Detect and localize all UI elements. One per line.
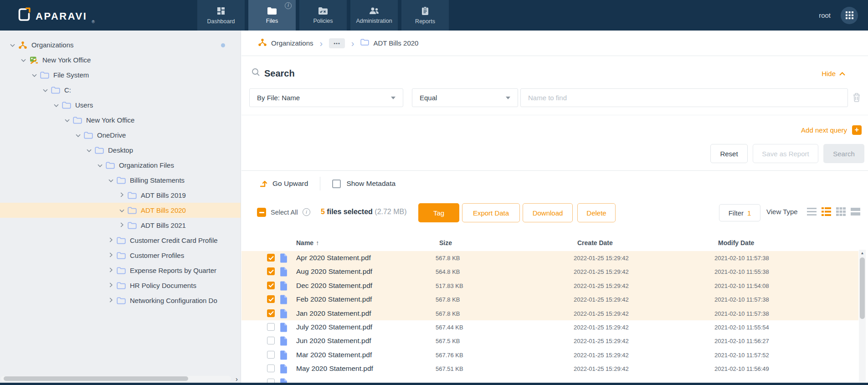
table-scrollbar-thumb[interactable] [860,257,865,319]
row-checkbox[interactable] [267,379,275,383]
search-operator-dropdown[interactable]: Equal [412,88,518,107]
tree-item-expense-reports-by-quarter[interactable]: Expense Reports by Quarter [0,263,241,278]
tree-item-customer-profiles[interactable]: Customer Profiles [0,248,241,263]
sidebar-scroll-right-arrow[interactable]: › [236,376,238,382]
column-header-name[interactable]: Name↑ [296,239,319,246]
tree-item-adt-bills-2021[interactable]: ADT Bills 2021 [0,218,241,233]
select-all-checkbox[interactable] [257,208,266,217]
add-query-plus-icon[interactable]: + [852,125,862,135]
tree-item-hr-policy-documents[interactable]: HR Policy Documents [0,278,241,293]
table-vertical-scrollbar[interactable]: ▲ [859,250,866,382]
scroll-up-arrow[interactable]: ▲ [859,250,866,257]
sidebar-scrollbar-thumb[interactable] [4,376,188,381]
tag-button[interactable]: Tag [418,203,459,222]
tree-item-new-york-office[interactable]: New York Office [0,113,241,128]
table-row[interactable]: Dec 2020 Statement.pdf 517.83 KB 2022-01… [241,279,858,293]
aparavi-logo[interactable]: APARAVI ® [17,7,95,24]
chevron-down-icon[interactable] [62,118,72,123]
row-checkbox[interactable] [267,337,275,344]
tab-reports[interactable]: Reports [401,0,449,31]
filter-button[interactable]: Filter 1 [719,204,760,221]
row-checkbox[interactable] [267,309,275,317]
search-button[interactable]: Search [823,144,864,163]
grid-view-icon[interactable] [836,207,846,216]
breadcrumb-item-adt-bills-2020[interactable]: ADT Bills 2020 [360,39,418,47]
chevron-right-icon[interactable] [117,222,127,228]
download-button[interactable]: Download [523,203,573,222]
chevron-right-icon[interactable] [106,282,116,288]
row-checkbox[interactable] [267,351,275,359]
search-field-dropdown[interactable]: By File: Name [249,88,403,107]
chevron-right-icon[interactable] [106,298,116,303]
tab-dashboard[interactable]: Dashboard [197,0,245,31]
table-row[interactable]: Jun 2020 Statement.pdf 567.5 KB 2022-01-… [241,334,858,348]
select-all-info-icon[interactable]: i [303,208,310,216]
tree-item-onedrive[interactable]: OneDrive [0,128,241,143]
chevron-down-icon[interactable] [18,57,28,63]
chevron-down-icon[interactable] [7,42,17,48]
table-row[interactable]: Feb 2020 Statement.pdf 567.8 KB 2022-01-… [241,293,858,306]
search-value-input[interactable] [520,88,848,107]
delete-button[interactable]: Delete [577,203,616,222]
save-as-report-button[interactable]: Save as Report [753,144,818,163]
column-header-size[interactable]: Size [439,239,452,246]
list-view-icon[interactable] [807,207,817,216]
export-data-button[interactable]: Export Data [462,203,520,222]
tree-item-organizations[interactable]: Organizations [0,37,241,52]
row-checkbox[interactable] [267,295,275,303]
reset-button[interactable]: Reset [710,144,748,163]
row-checkbox[interactable] [267,267,275,275]
tree-item-users[interactable]: Users [0,98,241,113]
tree-item-networking-configuration-do[interactable]: Networking Configuration Do [0,293,241,308]
row-checkbox[interactable] [267,364,275,372]
delete-query-icon[interactable] [852,92,861,104]
show-metadata-checkbox[interactable] [332,180,341,188]
breadcrumb-ellipsis[interactable]: ••• [329,38,345,48]
tab-administration[interactable]: Administration [350,0,398,31]
table-row[interactable]: Apr 2020 Statement.pdf 567.8 KB 2022-01-… [241,251,858,265]
chevron-down-icon[interactable] [29,72,39,78]
chevron-down-icon[interactable] [40,87,50,93]
chevron-down-icon[interactable] [95,163,105,168]
user-name[interactable]: root [819,11,831,19]
table-row[interactable]: Mar 2020 Statement.pdf 567.76 KB 2022-01… [241,348,858,362]
chevron-down-icon[interactable] [73,133,83,138]
chevron-right-icon[interactable] [106,267,116,273]
table-row[interactable]: May 2020 Statement.pdf 567.51 KB 2022-01… [241,362,858,375]
sidebar-horizontal-scrollbar[interactable] [1,376,231,381]
chevron-down-icon[interactable] [51,103,61,108]
apps-grid-button[interactable] [841,7,858,24]
table-row[interactable]: July 2020 Statement.pdf 567.44 KB 2022-0… [241,320,858,334]
chevron-right-icon[interactable] [117,192,127,198]
table-row[interactable]: Jan 2020 Statement.pdf 567.8 KB 2022-01-… [241,307,858,320]
column-header-modify-date[interactable]: Modify Date [718,239,754,246]
tree-item-file-system[interactable]: File System [0,67,241,82]
table-row[interactable]: Aug 2020 Statement.pdf 564.8 KB 2022-01-… [241,265,858,278]
chevron-down-icon[interactable] [84,148,94,153]
row-checkbox[interactable] [267,323,275,331]
tree-item-c-[interactable]: C: [0,82,241,98]
tab-files[interactable]: Filesi [248,0,296,31]
breadcrumb-item-organizations[interactable]: Organizations [258,38,313,48]
tree-item-billing-statements[interactable]: Billing Statements [0,173,241,188]
tab-policies[interactable]: Policies [299,0,347,31]
table-view-icon[interactable] [851,207,860,216]
chevron-down-icon[interactable] [117,208,127,213]
tree-item-customer-credit-card-profile[interactable]: Customer Credit Card Profile [0,233,241,248]
add-next-query[interactable]: Add next query + [801,125,862,135]
row-checkbox[interactable] [267,254,275,262]
chevron-right-icon[interactable] [106,252,116,258]
chevron-down-icon[interactable] [106,178,116,183]
tree-item-desktop[interactable]: Desktop [0,143,241,158]
row-checkbox[interactable] [267,282,275,289]
tree-item-new-york-office[interactable]: New York Office [0,52,241,67]
info-badge-icon[interactable]: i [285,2,292,9]
column-header-create-date[interactable]: Create Date [577,239,613,246]
detail-list-view-icon[interactable] [822,207,831,216]
tree-item-adt-bills-2019[interactable]: ADT Bills 2019 [0,188,241,203]
go-upward-button[interactable]: Go Upward [259,179,308,188]
tree-item-organization-files[interactable]: Organization Files [0,158,241,173]
chevron-right-icon[interactable] [106,237,116,243]
tree-item-adt-bills-2020[interactable]: ADT Bills 2020 [0,203,241,218]
hide-search-link[interactable]: Hide [822,70,845,77]
